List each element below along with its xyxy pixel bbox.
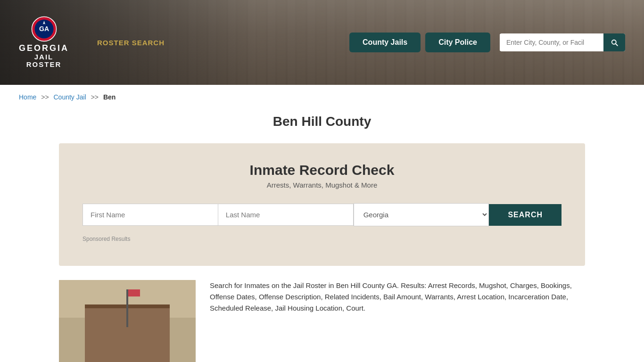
- breadcrumb-current: Ben: [103, 93, 116, 101]
- last-name-input[interactable]: [218, 204, 354, 226]
- building-image: [59, 280, 196, 362]
- page-title: Ben Hill County: [0, 109, 644, 143]
- header-search-input[interactable]: [500, 34, 603, 51]
- svg-rect-13: [146, 334, 158, 348]
- logo-line2: JAIL: [34, 53, 54, 61]
- inmate-search-button[interactable]: SEARCH: [489, 204, 561, 226]
- sponsored-label: Sponsored Results: [83, 236, 561, 242]
- breadcrumb-sep2: >>: [91, 93, 99, 101]
- roster-search-link[interactable]: ROSTER SEARCH: [97, 39, 165, 47]
- breadcrumb: Home >> County Jail >> Ben: [0, 85, 644, 109]
- breadcrumb-sep1: >>: [41, 93, 49, 101]
- inmate-record-section: Inmate Record Check Arrests, Warrants, M…: [59, 143, 585, 266]
- nav-right: County Jails City Police: [349, 33, 625, 52]
- county-jails-button[interactable]: County Jails: [349, 33, 421, 52]
- svg-rect-14: [119, 353, 136, 362]
- bottom-section: Search for Inmates on the Jail Roster in…: [0, 266, 644, 362]
- svg-rect-7: [128, 289, 140, 296]
- first-name-input[interactable]: [83, 204, 218, 226]
- svg-point-15: [119, 349, 136, 357]
- svg-rect-6: [126, 289, 128, 337]
- header-search-bar: [500, 33, 625, 51]
- logo-line1: GEORGIA: [19, 44, 69, 53]
- georgia-seal-icon: GA: [31, 16, 57, 42]
- search-icon: [610, 38, 619, 47]
- header: GA GEORGIA JAIL ROSTER ROSTER SEARCH Cou…: [0, 0, 644, 85]
- state-select[interactable]: Georgia: [354, 203, 489, 226]
- svg-rect-12: [130, 334, 141, 348]
- svg-text:GA: GA: [39, 25, 49, 33]
- svg-rect-8: [87, 327, 167, 362]
- inmate-form: Georgia SEARCH: [83, 203, 561, 226]
- logo-area: GA GEORGIA JAIL ROSTER: [19, 16, 69, 69]
- svg-rect-11: [113, 334, 125, 348]
- header-search-button[interactable]: [603, 33, 625, 51]
- logo-line3: ROSTER: [26, 61, 62, 69]
- building-svg: [59, 280, 196, 362]
- svg-rect-5: [59, 280, 196, 318]
- svg-point-9: [87, 318, 167, 337]
- svg-rect-10: [97, 334, 108, 348]
- bottom-description: Search for Inmates on the Jail Roster in…: [210, 280, 585, 314]
- city-police-button[interactable]: City Police: [425, 33, 490, 52]
- breadcrumb-county-jail[interactable]: County Jail: [54, 93, 86, 101]
- inmate-record-title: Inmate Record Check: [83, 162, 561, 178]
- inmate-record-subtitle: Arrests, Warrants, Mugshot & More: [83, 181, 561, 189]
- breadcrumb-home[interactable]: Home: [19, 93, 36, 101]
